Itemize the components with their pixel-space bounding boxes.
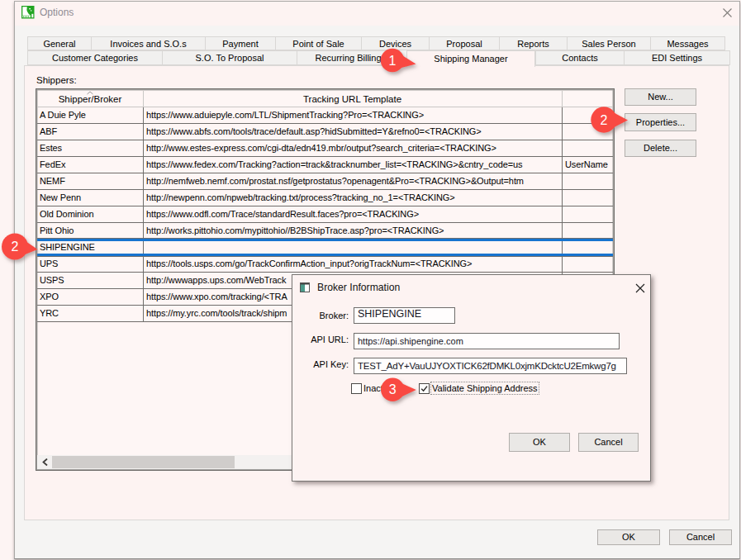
svg-text:2: 2 xyxy=(12,240,19,254)
svg-text:3: 3 xyxy=(389,382,397,396)
svg-text:1: 1 xyxy=(389,54,397,68)
svg-text:2: 2 xyxy=(601,113,608,127)
